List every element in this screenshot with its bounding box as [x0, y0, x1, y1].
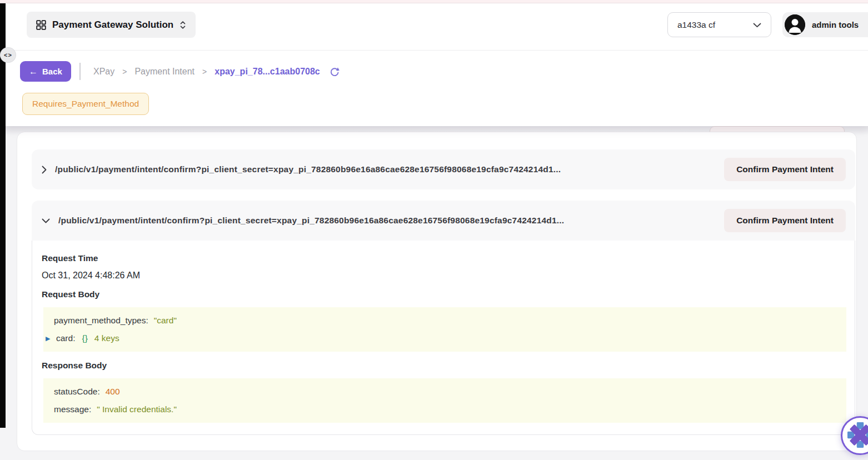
left-edge-bar — [0, 3, 6, 428]
breadcrumb-section[interactable]: Payment Intent — [134, 67, 194, 77]
user-menu-label: admin tools — [812, 20, 859, 29]
code-panel-toggle[interactable]: <> — [0, 47, 16, 63]
api-call-expanded-group: /public/v1/payment/intent/confirm?pi_cli… — [32, 201, 855, 435]
request-time-value: Oct 31, 2024 4:48:26 AM — [42, 271, 845, 282]
api-call-row-collapsed[interactable]: /public/v1/payment/intent/confirm?pi_cli… — [32, 149, 855, 189]
json-string-value: "card" — [154, 316, 177, 326]
chevron-down-icon — [753, 20, 761, 30]
app-switcher-button[interactable]: Payment Gateway Solution — [27, 12, 196, 38]
json-line: message: " Invalid credentials." — [43, 401, 846, 418]
api-calls-card: /public/v1/payment/intent/confirm?pi_cli… — [17, 132, 857, 451]
environment-value: a1433a cf — [677, 20, 715, 30]
app-title: Payment Gateway Solution — [52, 19, 173, 31]
call-detail-panel: Request Time Oct 31, 2024 4:48:26 AM Req… — [32, 241, 855, 435]
updown-selector-icon — [179, 20, 186, 30]
grid-icon — [36, 20, 46, 30]
breadcrumb-separator: > — [122, 67, 127, 76]
json-line: payment_method_types: "card" — [43, 312, 846, 329]
back-button[interactable]: ← Back — [20, 61, 71, 82]
json-key: card: — [56, 333, 75, 343]
json-line: ▶ card: {} 4 keys — [43, 329, 846, 347]
request-body-json: payment_method_types: "card" ▶ card: {} … — [43, 307, 846, 352]
header-divider — [6, 50, 868, 51]
json-string-value: " Invalid credentials." — [97, 404, 177, 414]
breadcrumb-separator: > — [202, 67, 207, 76]
confirm-payment-intent-button[interactable]: Confirm Payment Intent — [724, 209, 846, 232]
avatar — [785, 14, 805, 35]
json-keys-summary: 4 keys — [94, 333, 119, 343]
user-menu[interactable]: admin tools — [782, 12, 868, 37]
breadcrumb: XPay > Payment Intent > xpay_pi_78...c1a… — [93, 61, 341, 82]
top-accent-strip — [0, 0, 868, 3]
json-number-value: 400 — [106, 387, 120, 397]
asterisk-logo-icon — [847, 422, 868, 449]
json-key: message: — [54, 404, 91, 414]
expand-triangle-icon[interactable]: ▶ — [46, 335, 52, 342]
endpoint-url: /public/v1/payment/intent/confirm?pi_cli… — [55, 164, 716, 174]
response-body-json: statusCode: 400 message: " Invalid crede… — [43, 378, 846, 423]
header: Payment Gateway Solution a1433a cf admin… — [6, 3, 868, 126]
confirm-payment-intent-button[interactable]: Confirm Payment Intent — [724, 158, 846, 181]
json-key: statusCode: — [54, 387, 100, 397]
back-arrow-icon: ← — [29, 67, 38, 77]
refresh-icon — [329, 66, 340, 77]
request-time-label: Request Time — [42, 253, 845, 263]
status-badge: Requires_Payment_Method — [22, 93, 149, 115]
breadcrumb-divider — [79, 63, 81, 80]
json-key: payment_method_types: — [54, 316, 148, 326]
json-braces: {} — [82, 333, 87, 343]
breadcrumb-root[interactable]: XPay — [93, 67, 114, 77]
chevron-right-icon — [41, 165, 47, 174]
back-label: Back — [42, 67, 62, 76]
breadcrumb-leaf[interactable]: xpay_pi_78...c1aab0708c — [214, 67, 320, 77]
response-body-label: Response Body — [42, 361, 845, 371]
api-call-row-expanded[interactable]: /public/v1/payment/intent/confirm?pi_cli… — [32, 201, 855, 241]
page: Payment Gateway Solution a1433a cf admin… — [0, 0, 868, 460]
chevron-down-icon — [41, 218, 51, 224]
content-area: /public/v1/payment/intent/confirm?pi_cli… — [6, 126, 868, 460]
refresh-button[interactable] — [328, 65, 341, 78]
scrolled-button-remnant — [710, 126, 845, 132]
json-line: statusCode: 400 — [43, 383, 846, 401]
endpoint-url: /public/v1/payment/intent/confirm?pi_cli… — [58, 216, 716, 226]
request-body-label: Request Body — [42, 289, 845, 299]
environment-dropdown[interactable]: a1433a cf — [667, 12, 771, 37]
